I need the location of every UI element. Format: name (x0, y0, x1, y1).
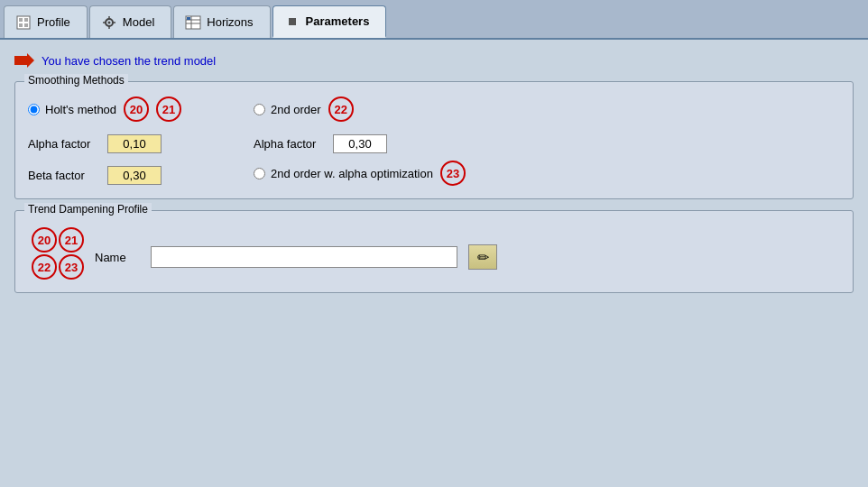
profile-tab-icon (15, 14, 32, 31)
alpha-input-left[interactable] (107, 134, 162, 153)
info-message: You have chosen the trend model (42, 54, 216, 68)
tab-horizons[interactable]: Horizons (173, 5, 270, 38)
svg-point-6 (107, 21, 110, 23)
tab-profile[interactable]: Profile (4, 5, 88, 38)
second-order-alpha-label: 2nd order w. alpha optimization (271, 167, 433, 180)
svg-rect-4 (24, 23, 28, 27)
tab-model-label: Model (123, 15, 154, 29)
annotation-22b: 22 (32, 254, 57, 280)
bottom-annotations: 20 21 22 23 (28, 227, 80, 280)
main-content: You have chosen the trend model Smoothin… (0, 40, 868, 487)
horizons-tab-icon (185, 14, 201, 31)
annotation-20a: 20 (124, 96, 149, 122)
info-line: You have chosen the trend model (14, 52, 854, 69)
alpha-factor-right-row: Alpha factor (254, 134, 466, 153)
smoothing-methods-title: Smoothing Methods (24, 74, 128, 87)
svg-rect-3 (19, 23, 23, 27)
holts-method-label: Holt's method (45, 103, 116, 116)
holts-method-radio-item: Holt's method (28, 103, 116, 116)
tab-parameters-label: Parameters (306, 14, 370, 28)
name-input[interactable] (151, 246, 457, 268)
annotation-21b: 21 (59, 227, 84, 253)
pencil-icon: ✏ (477, 249, 489, 266)
smoothing-methods-group: Smoothing Methods Holt's method 20 21 Al… (14, 81, 854, 199)
arrow-icon (14, 52, 34, 69)
tab-profile-label: Profile (37, 15, 70, 29)
trend-dampening-title: Trend Dampening Profile (24, 203, 152, 216)
second-order-radio-item: 2nd order (254, 103, 321, 116)
second-order-radio[interactable] (254, 104, 265, 115)
second-order-alpha-radio-item: 2nd order w. alpha optimization (254, 167, 433, 180)
svg-rect-15 (187, 17, 190, 20)
name-label: Name (95, 251, 140, 264)
annotation-23: 23 (440, 161, 466, 186)
second-order-label: 2nd order (271, 103, 321, 116)
trend-name-row: Name ✏ (95, 244, 497, 270)
tab-model[interactable]: Model (89, 5, 171, 38)
tab-bar: Profile Model Horizons (0, 0, 868, 40)
alpha-input-right[interactable] (333, 134, 387, 153)
beta-label: Beta factor (28, 169, 100, 182)
svg-rect-1 (19, 18, 23, 22)
pencil-button[interactable]: ✏ (468, 244, 497, 270)
model-tab-icon (101, 14, 117, 31)
annotation-22: 22 (328, 96, 354, 122)
alpha-label-right: Alpha factor (254, 137, 326, 151)
trend-dampening-group: Trend Dampening Profile 20 21 22 23 Name… (14, 210, 854, 293)
svg-marker-17 (14, 53, 34, 68)
beta-input[interactable] (107, 166, 162, 185)
tab-horizons-label: Horizons (207, 15, 253, 29)
svg-rect-2 (24, 18, 28, 22)
beta-factor-row: Beta factor (28, 166, 226, 185)
tab-parameters[interactable]: Parameters (272, 5, 387, 38)
annotation-20b: 20 (32, 227, 57, 253)
holts-method-radio[interactable] (28, 104, 40, 115)
second-order-alpha-radio[interactable] (254, 168, 265, 179)
annotation-23b: 23 (59, 254, 84, 280)
parameters-tab-icon (284, 14, 300, 30)
alpha-factor-left-row: Alpha factor (28, 134, 226, 153)
alpha-label-left: Alpha factor (28, 137, 100, 151)
annotation-21a: 21 (156, 96, 181, 122)
svg-rect-16 (289, 18, 296, 25)
